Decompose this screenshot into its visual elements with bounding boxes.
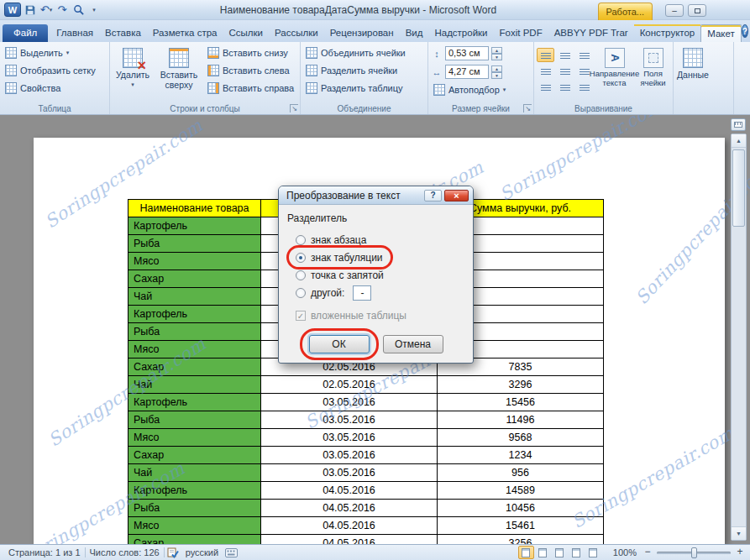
tab-file[interactable]: Файл xyxy=(3,24,48,42)
amount-cell[interactable]: 9568 xyxy=(438,429,604,447)
row-height-spinner[interactable]: ▲▼ xyxy=(491,47,502,60)
word-logo-icon[interactable]: W xyxy=(4,3,21,17)
merge-cells-button[interactable]: Объединить ячейки xyxy=(303,45,408,60)
save-button[interactable] xyxy=(24,3,37,18)
table-properties-button[interactable]: Свойства xyxy=(3,81,98,96)
tab-nadstroyki[interactable]: Надстройки xyxy=(428,24,493,42)
spin-up-icon[interactable]: ▲ xyxy=(491,47,502,54)
zoom-in-button[interactable]: + xyxy=(734,547,746,558)
date-cell[interactable]: 03.05.2016 xyxy=(261,429,438,447)
product-cell[interactable]: Чай xyxy=(128,464,261,482)
radio-paragraph-mark[interactable]: знак абзаца xyxy=(287,231,370,249)
amount-cell[interactable]: 11496 xyxy=(438,411,604,429)
date-cell[interactable]: 03.05.2016 xyxy=(261,394,438,411)
date-cell[interactable]: 03.05.2016 xyxy=(261,411,438,429)
amount-cell[interactable]: 1234 xyxy=(438,447,604,464)
date-cell[interactable]: 03.05.2016 xyxy=(261,447,438,464)
align-center-button[interactable] xyxy=(556,64,574,78)
header-product[interactable]: Наименование товара xyxy=(128,200,261,217)
product-cell[interactable]: Чай xyxy=(128,376,261,394)
view-gridlines-button[interactable]: Отобразить сетку xyxy=(3,63,98,78)
align-top-right-button[interactable] xyxy=(575,48,593,62)
insert-right-button[interactable]: Вставить справа xyxy=(205,81,296,96)
dialog-close-button[interactable]: × xyxy=(444,190,469,201)
tab-foxit-pdf[interactable]: Foxit PDF xyxy=(494,24,548,42)
minimize-button[interactable]: – xyxy=(665,4,684,17)
date-cell[interactable]: 02.05.2016 xyxy=(261,376,438,394)
amount-cell[interactable]: 3296 xyxy=(438,376,604,394)
find-button[interactable] xyxy=(71,3,85,18)
align-center-left-button[interactable] xyxy=(537,64,554,78)
amount-cell[interactable]: 14589 xyxy=(438,482,604,500)
product-cell[interactable]: Мясо xyxy=(128,253,261,270)
web-layout-view-button[interactable] xyxy=(552,546,568,559)
date-cell[interactable]: 04.05.2016 xyxy=(261,500,438,517)
product-cell[interactable]: Сахар xyxy=(128,447,261,464)
tab-vid[interactable]: Вид xyxy=(400,24,429,42)
product-cell[interactable]: Картофель xyxy=(128,482,261,500)
word-count[interactable]: Число слов: 126 xyxy=(86,547,164,557)
zoom-slider[interactable] xyxy=(657,547,731,558)
align-bottom-left-button[interactable] xyxy=(537,80,554,94)
product-cell[interactable]: Рыба xyxy=(128,323,261,341)
fullscreen-view-button[interactable] xyxy=(535,546,551,559)
zoom-out-button[interactable]: − xyxy=(642,547,653,558)
product-cell[interactable]: Картофель xyxy=(128,217,261,235)
product-cell[interactable]: Сахар xyxy=(128,359,261,376)
amount-cell[interactable]: 15456 xyxy=(438,394,604,411)
cancel-button[interactable]: Отмена xyxy=(383,335,443,353)
ruler-toggle-button[interactable] xyxy=(731,118,746,131)
delete-button[interactable]: Удалить ▾ xyxy=(113,45,153,102)
outline-view-button[interactable] xyxy=(569,546,585,559)
scroll-down-button[interactable]: ▼ xyxy=(732,526,746,540)
tab-konstruktor[interactable]: Конструктор xyxy=(634,24,701,42)
date-cell[interactable]: 03.05.2016 xyxy=(261,464,438,482)
tab-rassylki[interactable]: Рассылки xyxy=(269,24,324,42)
product-cell[interactable]: Чай xyxy=(128,288,261,306)
vertical-scrollbar[interactable]: ▲ ▼ xyxy=(731,133,747,541)
maximize-button[interactable] xyxy=(688,4,706,17)
page-indicator[interactable]: Страница: 1 из 1 xyxy=(4,547,85,557)
data-button[interactable]: Данные xyxy=(676,45,710,102)
radio-semicolon[interactable]: точка с запятой xyxy=(287,266,387,284)
product-cell[interactable]: Мясо xyxy=(128,341,261,359)
date-cell[interactable]: 04.05.2016 xyxy=(261,517,438,535)
amount-cell[interactable]: 956 xyxy=(438,464,604,482)
tab-maket[interactable]: Макет xyxy=(700,24,742,42)
draft-view-button[interactable] xyxy=(585,546,601,559)
text-direction-button[interactable]: А Направление текста xyxy=(595,45,634,102)
spin-down-icon[interactable]: ▼ xyxy=(491,54,502,60)
zoom-level[interactable]: 100% xyxy=(608,547,642,557)
tab-vstavka[interactable]: Вставка xyxy=(99,24,147,42)
split-table-button[interactable]: Разделить таблицу xyxy=(303,81,408,96)
product-cell[interactable]: Мясо xyxy=(128,517,261,535)
contextual-tab-group-label[interactable]: Работа... xyxy=(598,3,653,20)
product-cell[interactable]: Картофель xyxy=(128,394,261,411)
radio-other[interactable]: другой: - xyxy=(287,284,375,301)
language-button[interactable] xyxy=(223,548,240,557)
undo-button[interactable]: ↶▾ xyxy=(39,3,53,18)
product-cell[interactable]: Мясо xyxy=(128,429,261,447)
split-cells-button[interactable]: Разделить ячейки xyxy=(303,63,408,78)
column-width-input[interactable]: 4,27 см xyxy=(445,65,489,79)
tab-abbyy-pdf[interactable]: ABBYY PDF Trar xyxy=(548,24,634,42)
product-cell[interactable]: Рыба xyxy=(128,411,261,429)
dialog-titlebar[interactable]: Преобразование в текст ? × xyxy=(279,186,473,205)
insert-left-button[interactable]: Вставить слева xyxy=(205,63,296,78)
language-indicator[interactable]: русский xyxy=(181,547,223,557)
spellcheck-button[interactable] xyxy=(165,547,181,558)
product-cell[interactable]: Рыба xyxy=(128,235,261,253)
tab-ssylki[interactable]: Ссылки xyxy=(223,24,270,42)
tab-razmetka[interactable]: Разметка стра xyxy=(147,24,223,42)
ok-button[interactable]: ОК xyxy=(309,335,370,353)
dialog-help-button[interactable]: ? xyxy=(424,190,442,201)
other-separator-input[interactable]: - xyxy=(353,285,371,301)
zoom-slider-thumb[interactable] xyxy=(691,547,697,558)
insert-below-button[interactable]: Вставить снизу xyxy=(205,45,296,60)
product-cell[interactable]: Сахар xyxy=(128,535,261,545)
product-cell[interactable]: Сахар xyxy=(128,270,261,288)
tab-recenzirovanie[interactable]: Рецензирован xyxy=(324,24,400,42)
amount-cell[interactable]: 10456 xyxy=(438,500,604,517)
product-cell[interactable]: Картофель xyxy=(128,306,261,323)
scrollbar-thumb[interactable] xyxy=(732,149,745,227)
